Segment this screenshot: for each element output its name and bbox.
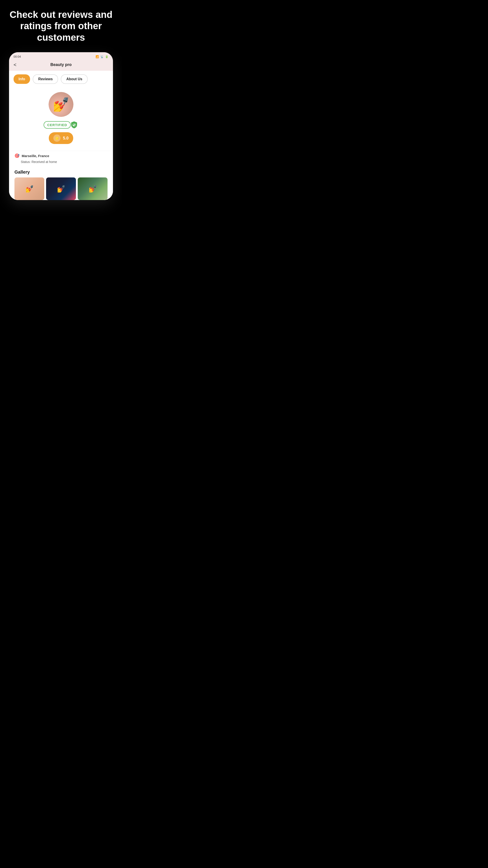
rating-badge: ⭐ 5.0 [49,132,73,144]
gallery-item-1[interactable]: 💅 [14,178,44,200]
nav-bar: < Beauty pro [9,60,113,71]
phone-frame: 00:04 📶 📡 🔋 < Beauty pro Info Reviews Ab… [9,52,113,200]
certified-row: CERTIFIED [43,121,78,129]
tab-bar: Info Reviews About Us [9,71,113,88]
certified-badge: CERTIFIED [43,121,71,129]
profile-image [48,92,73,117]
certified-label: CERTIFIED [47,123,67,127]
gallery-grid: 💅 💅 💅 [14,178,107,200]
rating-value: 5.0 [63,136,68,141]
star-icon: ⭐ [53,134,61,142]
gallery-section: Gallery 💅 💅 💅 [9,167,113,200]
shield-icon [70,121,78,129]
page-title: Beauty pro [51,62,72,67]
gallery-item-3[interactable]: 💅 [78,178,107,200]
gallery-title: Gallery [14,169,107,175]
status-bar: 00:04 📶 📡 🔋 [9,52,113,60]
status-time: 00:04 [13,55,21,58]
signal-icon: 📶 [96,55,99,58]
info-section: 🎯 Marseille, France Status: Received at … [9,151,113,167]
battery-icon: 🔋 [105,55,108,58]
location-row: 🎯 Marseille, France [14,153,107,158]
tab-reviews[interactable]: Reviews [33,74,58,84]
location-text: Marseille, France [22,154,49,158]
avatar [48,92,73,117]
phone-inner: 00:04 📶 📡 🔋 < Beauty pro Info Reviews Ab… [9,52,113,200]
location-icon: 🎯 [14,153,20,158]
back-button[interactable]: < [13,62,17,68]
status-icons: 📶 📡 🔋 [96,55,108,58]
tab-info[interactable]: Info [13,74,30,84]
hero-text: Check out reviews and ratings from other… [0,0,122,50]
profile-section: CERTIFIED ⭐ 5.0 [9,88,113,151]
gallery-item-2[interactable]: 💅 [46,178,76,200]
tab-about-us[interactable]: About Us [61,74,88,84]
wifi-icon: 📡 [100,55,104,58]
service-status: Status: Received at home [21,160,107,164]
